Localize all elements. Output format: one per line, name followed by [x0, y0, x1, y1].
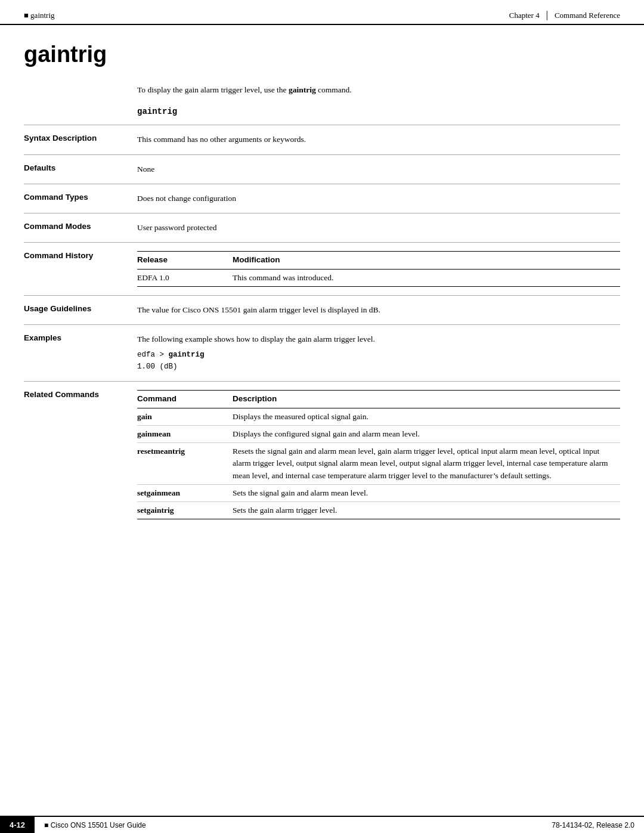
usage-guidelines-label: Usage Guidelines: [24, 304, 137, 313]
related-description-cell: Sets the gain alarm trigger level.: [233, 502, 620, 519]
table-row: setgainmeanSets the signal gain and alar…: [137, 484, 620, 501]
syntax-command-display: gaintrig: [24, 102, 620, 125]
command-types-content: Does not change configuration: [137, 193, 620, 205]
usage-guidelines-content: The value for Cisco ONS 15501 gain alarm…: [137, 304, 620, 316]
intro-command-bold: gaintrig: [289, 85, 316, 94]
breadcrumb: ■ gaintrig: [24, 11, 55, 20]
code-line-2: 1.00 (dB): [137, 361, 620, 373]
footer-guide-text: Cisco ONS 15501 User Guide: [51, 821, 146, 829]
command-types-section: Command Types Does not change configurat…: [24, 184, 620, 213]
command-types-label: Command Types: [24, 193, 137, 202]
table-row: gainmeanDisplays the configured signal g…: [137, 425, 620, 442]
related-commands-table-container: Command Description gainDisplays the mea…: [137, 390, 620, 519]
syntax-command-text: gaintrig: [137, 107, 177, 116]
page-number: 4-12: [0, 817, 35, 833]
related-command-cell: resetmeantrig: [137, 443, 233, 485]
command-history-header-row: Release Modification: [137, 252, 620, 269]
related-commands-header-row: Command Description: [137, 391, 620, 408]
related-command-cell: setgaintrig: [137, 502, 233, 519]
related-command-cell: setgainmean: [137, 484, 233, 501]
related-col-command: Command: [137, 391, 233, 408]
command-history-label: Command History: [24, 251, 137, 260]
command-history-table: Release Modification EDFA 1.0This comman…: [137, 251, 620, 287]
command-modes-section: Command Modes User password protected: [24, 213, 620, 242]
breadcrumb-bullet: ■: [24, 11, 29, 20]
related-description-cell: Resets the signal gain and alarm mean le…: [233, 443, 620, 485]
code-bold-command: gaintrig: [169, 351, 205, 359]
table-row: EDFA 1.0This command was introduced.: [137, 269, 620, 286]
page-title: gaintrig: [0, 25, 644, 78]
page-footer: 4-12 ■ Cisco ONS 15501 User Guide 78-141…: [0, 816, 644, 833]
footer-doc-number: 78-14134-02, Release 2.0: [542, 817, 644, 833]
history-col-modification: Modification: [233, 252, 620, 269]
syntax-description-section: Syntax Description This command has no o…: [24, 125, 620, 154]
command-modes-label: Command Modes: [24, 222, 137, 231]
chapter-label: Chapter 4: [509, 11, 540, 20]
intro-paragraph: To display the gain alarm trigger level,…: [24, 78, 620, 102]
footer-guide-name: ■ Cisco ONS 15501 User Guide: [35, 817, 156, 833]
related-description-cell: Displays the measured optical signal gai…: [233, 408, 620, 425]
command-modes-content: User password protected: [137, 222, 620, 234]
code-block: edfa > gaintrig 1.00 (dB): [137, 349, 620, 373]
table-row: resetmeantrigResets the signal gain and …: [137, 443, 620, 485]
examples-intro-text: The following example shows how to displ…: [137, 333, 620, 345]
related-commands-label: Related Commands: [24, 390, 137, 399]
history-release-cell: EDFA 1.0: [137, 269, 233, 286]
section-label: Command Reference: [555, 11, 620, 20]
defaults-label: Defaults: [24, 163, 137, 172]
syntax-description-label: Syntax Description: [24, 134, 137, 143]
related-command-cell: gainmean: [137, 425, 233, 442]
main-content: To display the gain alarm trigger level,…: [0, 78, 644, 528]
command-history-table-container: Release Modification EDFA 1.0This comman…: [137, 251, 620, 287]
examples-label: Examples: [24, 333, 137, 342]
defaults-content: None: [137, 163, 620, 175]
breadcrumb-text: gaintrig: [30, 11, 54, 20]
command-history-section: Command History Release Modification EDF…: [24, 242, 620, 295]
history-modification-cell: This command was introduced.: [233, 269, 620, 286]
intro-text-before: To display the gain alarm trigger level,…: [137, 85, 289, 94]
examples-content: The following example shows how to displ…: [137, 333, 620, 373]
table-row: gainDisplays the measured optical signal…: [137, 408, 620, 425]
related-col-description: Description: [233, 391, 620, 408]
related-commands-section: Related Commands Command Description gai…: [24, 381, 620, 528]
table-row: setgaintrigSets the gain alarm trigger l…: [137, 502, 620, 519]
usage-guidelines-section: Usage Guidelines The value for Cisco ONS…: [24, 295, 620, 324]
history-col-release: Release: [137, 252, 233, 269]
footer-bullet: ■: [44, 821, 48, 829]
defaults-section: Defaults None: [24, 154, 620, 184]
related-commands-table: Command Description gainDisplays the mea…: [137, 390, 620, 519]
examples-section: Examples The following example shows how…: [24, 324, 620, 381]
header-separator: │: [544, 11, 550, 20]
related-description-cell: Sets the signal gain and alarm mean leve…: [233, 484, 620, 501]
code-line-1: edfa > gaintrig: [137, 349, 620, 361]
page-header: ■ gaintrig Chapter 4 │ Command Reference: [0, 0, 644, 25]
related-command-cell: gain: [137, 408, 233, 425]
syntax-description-content: This command has no other arguments or k…: [137, 134, 620, 145]
related-description-cell: Displays the configured signal gain and …: [233, 425, 620, 442]
intro-text-after: command.: [316, 85, 352, 94]
